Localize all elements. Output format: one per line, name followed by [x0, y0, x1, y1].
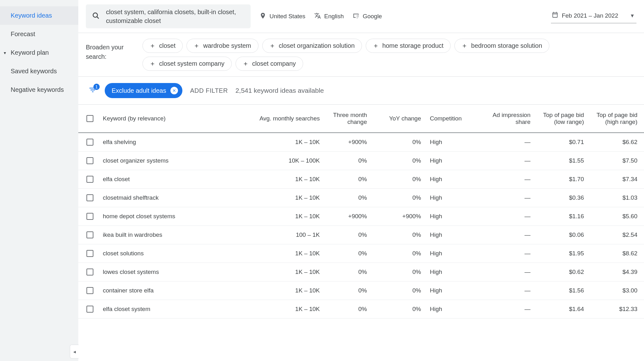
row-checkbox-cell — [78, 133, 98, 151]
chip-label: closet company — [252, 60, 296, 67]
sidebar-item-saved-keywords[interactable]: Saved keywords — [0, 62, 78, 81]
broaden-chip[interactable]: closet — [142, 39, 183, 53]
cell-bid-high: $3.00 — [588, 281, 642, 300]
cell-avg: 1K – 10K — [242, 263, 324, 281]
row-checkbox-cell — [78, 281, 98, 300]
cell-bid-low: $1.16 — [535, 207, 588, 225]
table-row[interactable]: ikea built in wardrobes100 – 1K0%0%High—… — [78, 226, 644, 244]
header-competition[interactable]: Competition — [425, 105, 475, 132]
cell-three-month: 0% — [324, 170, 371, 188]
network-filter[interactable]: Google — [353, 12, 382, 21]
table-row[interactable]: home depot closet systems1K – 10K+900%+9… — [78, 207, 644, 226]
cell-competition: High — [425, 300, 475, 318]
add-filter-button[interactable]: ADD FILTER — [190, 87, 228, 94]
plus-icon — [269, 43, 275, 49]
sidebar-item-keyword-plan[interactable]: Keyword plan — [0, 43, 78, 62]
chip-label: bedroom storage solution — [471, 42, 542, 49]
plus-icon — [243, 61, 248, 67]
sidebar-item-forecast[interactable]: Forecast — [0, 25, 78, 43]
chip-label: home storage product — [382, 42, 444, 49]
table-row[interactable]: closetmaid shelftrack1K – 10K0%0%High—$0… — [78, 189, 644, 207]
topbar: closet system, california closets, built… — [78, 0, 644, 33]
header-impression[interactable]: Ad impression share — [475, 105, 535, 132]
cell-bid-low: $1.95 — [535, 244, 588, 263]
row-checkbox[interactable] — [86, 176, 93, 183]
cell-avg: 1K – 10K — [242, 244, 324, 263]
cell-bid-high: $7.34 — [588, 170, 642, 188]
broaden-chip[interactable]: closet system company — [142, 57, 232, 71]
broaden-search-section: Broaden your search: closetwardrobe syst… — [78, 33, 644, 77]
cell-impression: — — [475, 300, 535, 318]
cell-bid-low: $1.55 — [535, 152, 588, 170]
date-range-value: Feb 2021 – Jan 2022 — [562, 12, 618, 19]
cell-competition: High — [425, 207, 475, 225]
cell-avg: 1K – 10K — [242, 281, 324, 300]
translate-icon — [314, 12, 321, 21]
date-range-picker[interactable]: Feb 2021 – Jan 2022 ▾ — [551, 9, 636, 23]
broaden-label: Broaden your search: — [86, 39, 130, 61]
table-row[interactable]: elfa closet system1K – 10K0%0%High—$1.64… — [78, 300, 644, 319]
chip-label: closet system company — [159, 60, 225, 67]
plus-icon — [150, 43, 155, 49]
table-row[interactable]: elfa closet1K – 10K0%0%High—$1.70$7.34 — [78, 170, 644, 189]
cell-impression: — — [475, 226, 535, 244]
row-checkbox[interactable] — [86, 157, 93, 164]
cell-yoy: +900% — [371, 207, 425, 225]
row-checkbox[interactable] — [86, 194, 93, 201]
sidebar-collapse-handle[interactable]: ◂ — [70, 345, 79, 358]
table-row[interactable]: elfa shelving1K – 10K+900%0%High—$0.71$6… — [78, 133, 644, 152]
header-bid-high[interactable]: Top of page bid (high range) — [588, 105, 642, 132]
row-checkbox[interactable] — [86, 213, 93, 220]
search-input[interactable]: closet system, california closets, built… — [86, 4, 251, 28]
cell-impression: — — [475, 152, 535, 170]
search-icon — [92, 12, 100, 21]
exclude-adult-chip[interactable]: Exclude adult ideas — [105, 83, 182, 98]
cell-bid-low: $1.70 — [535, 170, 588, 188]
table-row[interactable]: lowes closet systems1K – 10K0%0%High—$0.… — [78, 263, 644, 281]
cell-avg: 1K – 10K — [242, 207, 324, 225]
cell-keyword: ikea built in wardrobes — [98, 226, 242, 244]
select-all-checkbox[interactable] — [86, 115, 93, 122]
row-checkbox-cell — [78, 300, 98, 318]
header-yoy[interactable]: YoY change — [371, 105, 425, 132]
row-checkbox[interactable] — [86, 250, 93, 257]
header-bid-low[interactable]: Top of page bid (low range) — [535, 105, 588, 132]
cell-bid-low: $0.62 — [535, 263, 588, 281]
table-row[interactable]: closet solutions1K – 10K0%0%High—$1.95$8… — [78, 244, 644, 263]
cell-bid-high: $5.60 — [588, 207, 642, 225]
cell-bid-high: $8.62 — [588, 244, 642, 263]
table-row[interactable]: closet organizer systems10K – 100K0%0%Hi… — [78, 152, 644, 170]
broaden-chip[interactable]: bedroom storage solution — [454, 39, 549, 53]
header-avg-searches[interactable]: Avg. monthly searches — [242, 105, 324, 132]
location-icon — [259, 12, 266, 21]
sidebar-item-negative-keywords[interactable]: Negative keywords — [0, 81, 78, 99]
header-three-month[interactable]: Three month change — [324, 105, 371, 132]
row-checkbox[interactable] — [86, 139, 93, 146]
broaden-chip[interactable]: wardrobe system — [186, 39, 258, 53]
row-checkbox[interactable] — [86, 231, 93, 238]
location-filter[interactable]: United States — [259, 12, 305, 21]
remove-chip-icon[interactable] — [170, 87, 178, 94]
header-keyword[interactable]: Keyword (by relevance) — [98, 105, 242, 132]
sidebar-item-keyword-ideas[interactable]: Keyword ideas — [0, 6, 78, 25]
table-row[interactable]: container store elfa1K – 10K0%0%High—$1.… — [78, 281, 644, 300]
broaden-chip[interactable]: home storage product — [366, 39, 451, 53]
row-checkbox[interactable] — [86, 269, 93, 275]
filter-bar: 1 Exclude adult ideas ADD FILTER 2,541 k… — [78, 77, 644, 104]
cell-keyword: elfa closet — [98, 170, 242, 188]
svg-point-0 — [93, 13, 97, 17]
cell-bid-low: $0.06 — [535, 226, 588, 244]
broaden-chip[interactable]: closet organization solution — [262, 39, 362, 53]
filter-count-badge: 1 — [93, 84, 100, 90]
language-filter[interactable]: English — [314, 12, 344, 21]
row-checkbox-cell — [78, 226, 98, 244]
plus-icon — [462, 43, 467, 49]
chip-label: wardrobe system — [203, 42, 251, 49]
filter-funnel-button[interactable]: 1 — [88, 86, 97, 96]
row-checkbox[interactable] — [86, 287, 93, 294]
broaden-chip[interactable]: closet company — [236, 57, 303, 71]
cell-three-month: 0% — [324, 281, 371, 300]
cell-bid-high: $2.54 — [588, 226, 642, 244]
search-query-text: closet system, california closets, built… — [106, 8, 244, 25]
row-checkbox[interactable] — [86, 306, 93, 313]
